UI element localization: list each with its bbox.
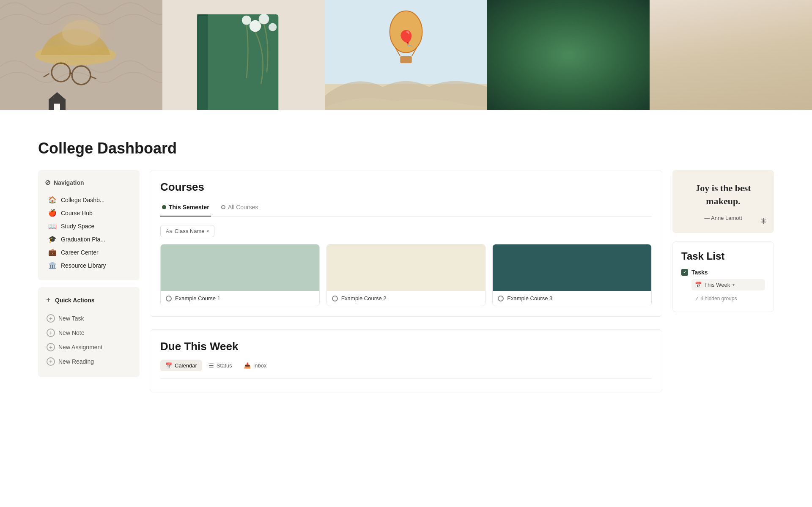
course-2-circle (332, 296, 338, 301)
task-list-title: Task List (681, 250, 765, 262)
sidebar-item-label: Course Hub (61, 210, 93, 217)
sidebar-item-college-dashboard[interactable]: 🏠 College Dashb... (45, 193, 133, 206)
courses-section: Courses This Semester All Courses Aa Cla… (150, 170, 662, 317)
sidebar-item-resource-library[interactable]: 🏛️ Resource Library (45, 259, 133, 272)
nav-icon: ⊘ (45, 178, 50, 186)
tasks-label: Tasks (691, 269, 708, 276)
svg-line-36 (740, 8, 743, 110)
svg-point-16 (269, 23, 277, 31)
study-space-icon: 📖 (48, 222, 57, 230)
sidebar-item-career-center[interactable]: 💼 Career Center (45, 246, 133, 259)
course-2-name: Example Course 2 (341, 295, 387, 301)
chevron-down-icon: ▾ (732, 282, 735, 287)
svg-line-26 (510, 26, 568, 110)
svg-rect-24 (487, 0, 650, 110)
svg-line-27 (568, 26, 626, 110)
svg-point-13 (250, 20, 261, 32)
quote-decoration-icon: ✳ (760, 216, 767, 226)
course-1-footer: Example Course 1 (161, 291, 319, 306)
tab-calendar[interactable]: 📅 Calendar (160, 360, 202, 371)
this-week-filter[interactable]: 📅 This Week ▾ (691, 279, 765, 290)
calendar-small-icon: 📅 (695, 282, 702, 288)
due-tabs: 📅 Calendar ☰ Status 📥 Inbox (160, 360, 652, 371)
new-assignment-button[interactable]: + New Assignment (45, 340, 133, 354)
courses-title: Courses (160, 181, 652, 194)
new-reading-button[interactable]: + New Reading (45, 354, 133, 369)
home-nav-icon: 🏠 (48, 196, 57, 204)
new-note-button[interactable]: + New Note (45, 326, 133, 340)
task-group: ✓ Tasks 📅 This Week ▾ ✓ 4 hidden groups (681, 269, 765, 303)
svg-rect-29 (650, 0, 812, 110)
filter-aa-icon: Aa (166, 228, 172, 234)
course-3-image (493, 244, 651, 291)
svg-point-32 (693, 16, 702, 29)
graduation-icon: 🎓 (48, 235, 57, 243)
status-label: Status (217, 362, 232, 369)
inbox-label: Inbox (253, 362, 267, 369)
quick-actions-header: ＋ Quick Actions (45, 296, 133, 304)
courses-tabs: This Semester All Courses (160, 200, 652, 217)
courses-grid: Example Course 1 Example Course 2 Exampl… (160, 244, 652, 306)
course-1-name: Example Course 1 (175, 295, 220, 301)
course-3-name: Example Course 3 (507, 295, 552, 301)
svg-line-33 (719, 3, 725, 110)
course-card-2[interactable]: Example Course 2 (326, 244, 486, 306)
center-content: Courses This Semester All Courses Aa Cla… (150, 170, 662, 392)
due-divider (160, 378, 652, 378)
new-task-button[interactable]: + New Task (45, 311, 133, 326)
this-week-label: This Week (704, 282, 730, 288)
svg-line-40 (679, 26, 682, 110)
tab-this-semester[interactable]: This Semester (160, 200, 211, 217)
sidebar-item-label: Career Center (61, 249, 99, 256)
svg-line-30 (696, 14, 702, 110)
hero-panel-2 (162, 0, 325, 110)
plus-icon: ＋ (45, 296, 52, 304)
svg-rect-45 (54, 104, 60, 110)
new-note-label: New Note (58, 329, 84, 336)
svg-point-34 (721, 0, 728, 8)
task-list-section: Task List ✓ Tasks 📅 This Week ▾ ✓ 4 hidd… (672, 241, 774, 312)
right-panel: Joy is the best makeup. — Anne Lamott ✳ … (672, 170, 774, 312)
svg-rect-23 (400, 56, 411, 63)
svg-rect-44 (650, 0, 812, 110)
course-2-footer: Example Course 2 (327, 291, 486, 306)
main-layout: ⊘ Navigation 🏠 College Dashb... 🍎 Course… (0, 170, 812, 409)
course-card-1[interactable]: Example Course 1 (160, 244, 320, 306)
sidebar: ⊘ Navigation 🏠 College Dashb... 🍎 Course… (38, 170, 140, 377)
tab-status[interactable]: ☰ Status (204, 360, 237, 371)
sidebar-item-label: Graduation Pla... (61, 236, 105, 243)
sidebar-item-study-space[interactable]: 📖 Study Space (45, 219, 133, 233)
nav-header: ⊘ Navigation (45, 178, 133, 186)
hero-banner (0, 0, 812, 110)
hero-panel-5 (650, 0, 812, 110)
hidden-groups[interactable]: ✓ 4 hidden groups (691, 294, 765, 303)
home-icon-overlay[interactable] (47, 89, 68, 114)
sidebar-item-label: College Dashb... (61, 197, 105, 203)
quick-actions-card: ＋ Quick Actions + New Task + New Note + … (38, 287, 140, 377)
task-checkbox[interactable]: ✓ (681, 269, 688, 276)
nav-label: Navigation (54, 179, 84, 186)
course-1-circle (166, 296, 172, 301)
hero-panel-1 (0, 0, 162, 110)
add-note-icon: + (47, 329, 55, 337)
course-card-3[interactable]: Example Course 3 (492, 244, 652, 306)
course-2-image (327, 244, 486, 291)
course-hub-icon: 🍎 (48, 209, 57, 217)
sidebar-item-graduation-plan[interactable]: 🎓 Graduation Pla... (45, 233, 133, 246)
course-3-footer: Example Course 3 (493, 291, 651, 306)
status-icon: ☰ (209, 362, 214, 369)
calendar-icon: 📅 (165, 362, 172, 369)
add-reading-icon: + (47, 357, 55, 366)
hidden-groups-label: ✓ 4 hidden groups (695, 296, 737, 301)
tab-dot-outline (221, 205, 225, 209)
tab-all-courses[interactable]: All Courses (219, 200, 260, 217)
svg-point-39 (759, 9, 766, 25)
class-name-filter[interactable]: Aa Class Name ▾ (160, 225, 214, 237)
course-1-image (161, 244, 319, 291)
inbox-icon: 📥 (244, 362, 251, 369)
sidebar-item-course-hub[interactable]: 🍎 Course Hub (45, 206, 133, 219)
page-title: College Dashboard (38, 140, 774, 157)
task-group-header: ✓ Tasks (681, 269, 765, 276)
sidebar-item-label: Study Space (61, 223, 94, 230)
tab-inbox[interactable]: 📥 Inbox (239, 360, 272, 371)
